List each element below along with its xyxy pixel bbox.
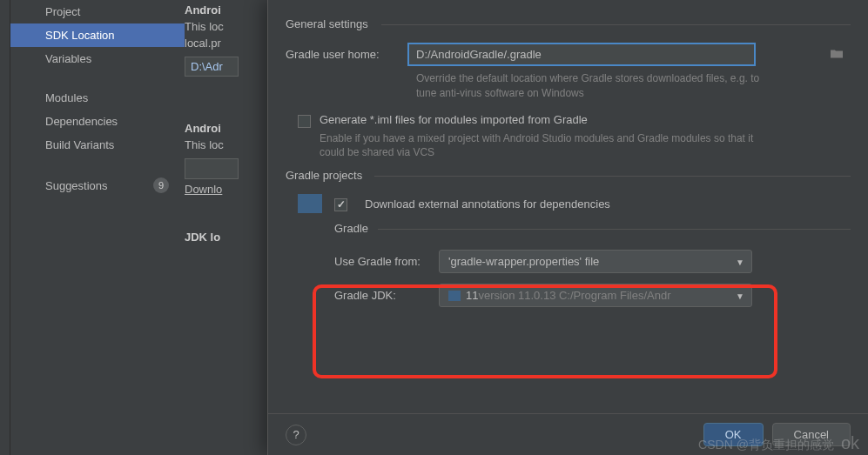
gradle-home-hint: Override the default location where Grad… bbox=[416, 71, 764, 101]
gradle-jdk-version: 11 bbox=[466, 289, 478, 302]
general-settings-title: General settings bbox=[286, 17, 851, 30]
generate-iml-hint: Enable if you have a mixed project with … bbox=[320, 131, 772, 161]
dialog-footer: ? OK Cancel bbox=[268, 413, 868, 455]
cancel-button[interactable]: Cancel bbox=[772, 423, 851, 446]
divider bbox=[378, 229, 851, 230]
sidebar-item-variables[interactable]: Variables bbox=[10, 47, 185, 70]
help-button[interactable]: ? bbox=[286, 425, 306, 445]
settings-dialog: General settings Gradle user home: Overr… bbox=[267, 0, 868, 455]
download-annotations-checkbox[interactable] bbox=[334, 198, 347, 211]
bg-text: local.pr bbox=[185, 37, 267, 53]
bg-path-input[interactable]: D:\Adr bbox=[185, 57, 239, 77]
suggestions-badge: 9 bbox=[153, 177, 169, 193]
bg-heading: Androi bbox=[185, 3, 267, 20]
bg-heading: Androi bbox=[185, 122, 267, 138]
gradle-jdk-dropdown[interactable]: 11 version 11.0.13 C:/Program Files/Andr… bbox=[439, 284, 752, 307]
bg-text: This loc bbox=[185, 20, 267, 37]
sidebar-item-build-variants[interactable]: Build Variants bbox=[10, 133, 185, 157]
left-gutter bbox=[0, 0, 10, 455]
gradle-jdk-path: version 11.0.13 C:/Program Files/Andr bbox=[478, 289, 670, 302]
use-gradle-from-value: 'gradle-wrapper.properties' file bbox=[448, 255, 599, 268]
project-icon[interactable] bbox=[298, 194, 322, 213]
generate-iml-checkbox[interactable] bbox=[298, 115, 311, 128]
gradle-home-input[interactable] bbox=[407, 43, 756, 66]
download-annotations-label: Download external annotations for depend… bbox=[365, 197, 610, 211]
folder-icon[interactable] bbox=[830, 48, 844, 61]
use-gradle-from-dropdown[interactable]: 'gradle-wrapper.properties' file ▼ bbox=[439, 250, 752, 273]
sidebar-item-project[interactable]: Project bbox=[10, 0, 185, 23]
ok-button[interactable]: OK bbox=[703, 423, 764, 446]
gradle-legend: Gradle bbox=[334, 222, 373, 235]
bg-heading: JDK lo bbox=[185, 231, 267, 247]
gradle-jdk-label: Gradle JDK: bbox=[334, 289, 439, 302]
background-panel: Androi This loc local.pr D:\Adr Androi T… bbox=[185, 0, 267, 455]
chevron-down-icon: ▼ bbox=[736, 291, 744, 300]
sidebar-item-dependencies[interactable]: Dependencies bbox=[10, 110, 185, 133]
gradle-home-label: Gradle user home: bbox=[286, 48, 407, 61]
jdk-icon bbox=[448, 291, 461, 301]
bg-text: This loc bbox=[185, 138, 267, 155]
sidebar-item-modules[interactable]: Modules bbox=[10, 86, 185, 110]
sidebar: Project SDK Location Variables Modules D… bbox=[10, 0, 185, 455]
download-link[interactable]: Downlo bbox=[185, 183, 267, 199]
use-gradle-from-label: Use Gradle from: bbox=[334, 255, 439, 268]
bg-empty-input[interactable] bbox=[185, 158, 239, 179]
chevron-down-icon: ▼ bbox=[736, 257, 744, 266]
gradle-projects-title: Gradle projects bbox=[286, 169, 851, 182]
sidebar-item-sdk-location[interactable]: SDK Location bbox=[10, 23, 185, 47]
generate-iml-label: Generate *.iml files for modules importe… bbox=[320, 113, 588, 126]
sidebar-item-suggestions[interactable]: Suggestions 9 bbox=[10, 172, 185, 198]
